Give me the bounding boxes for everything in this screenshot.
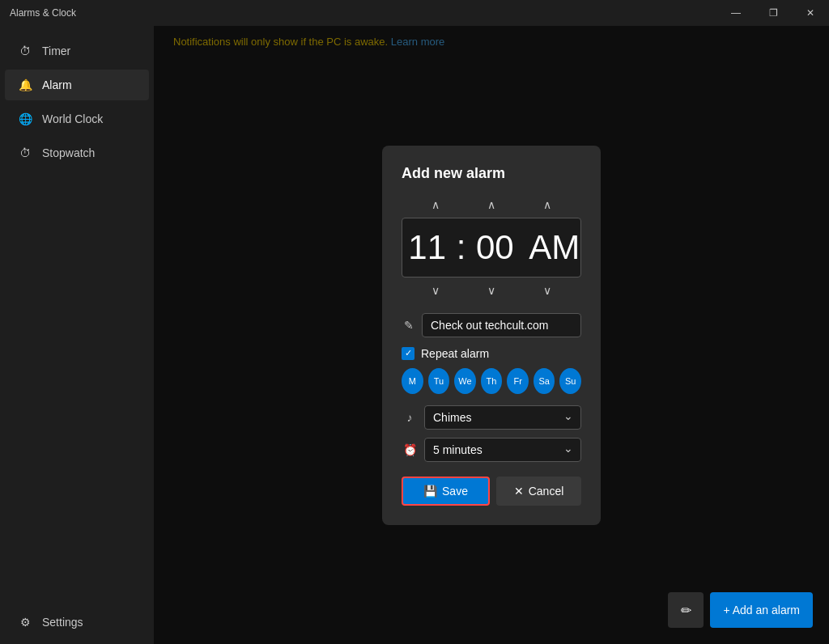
sidebar-item-label-worldclock: World Clock — [42, 112, 103, 125]
edit-icon: ✎ — [402, 319, 415, 332]
save-icon: 💾 — [423, 485, 437, 498]
time-display: 11 : 00 AM — [402, 218, 581, 278]
cancel-button[interactable]: ✕ Cancel — [496, 477, 581, 506]
add-alarm-button[interactable]: + Add an alarm — [710, 592, 813, 628]
snooze-row: ⏰ 5 minutes 10 minutes 15 minutes 20 min… — [402, 438, 581, 462]
day-button-wed[interactable]: We — [454, 368, 476, 394]
snooze-icon: ⏰ — [402, 443, 418, 456]
sidebar-item-label-stopwatch: Stopwatch — [42, 146, 95, 159]
minimize-button[interactable]: — — [717, 0, 755, 26]
cancel-label: Cancel — [529, 485, 564, 498]
save-label: Save — [442, 485, 468, 498]
main-content: Notifications will only show if the PC i… — [154, 26, 829, 644]
add-alarm-label: + Add an alarm — [723, 604, 800, 616]
checkmark-icon: ✓ — [405, 348, 412, 358]
repeat-row: ✓ Repeat alarm — [402, 347, 581, 360]
sidebar-nav: ⏱ Timer 🔔 Alarm 🌐 World Clock ⏱ Stopwatc… — [0, 34, 154, 170]
dialog-title: Add new alarm — [402, 165, 581, 182]
hours-up-button[interactable]: ∧ — [422, 195, 449, 214]
alarm-name-row: ✎ — [402, 313, 581, 337]
day-button-thu[interactable]: Th — [481, 368, 503, 394]
time-up-arrows: ∧ ∧ ∧ — [402, 195, 581, 214]
ampm-up-button[interactable]: ∧ — [534, 195, 561, 214]
repeat-checkbox[interactable]: ✓ — [402, 347, 414, 360]
save-button[interactable]: 💾 Save — [402, 477, 490, 506]
day-button-sat[interactable]: Sa — [534, 368, 555, 394]
music-note-icon: ♪ — [402, 411, 418, 424]
ampm-down-button[interactable]: ∨ — [534, 281, 561, 300]
sidebar-item-timer[interactable]: ⏱ Timer — [5, 36, 149, 66]
sound-select[interactable]: Chimes Alarm Bells Chord Digital Flute G… — [424, 405, 581, 430]
day-button-tue[interactable]: Tu — [428, 368, 450, 394]
sidebar: ⏱ Timer 🔔 Alarm 🌐 World Clock ⏱ Stopwatc… — [0, 26, 154, 644]
stopwatch-icon: ⏱ — [18, 146, 32, 160]
sidebar-item-settings[interactable]: ⚙ Settings — [5, 605, 149, 639]
app-title: Alarms & Clock — [10, 7, 76, 19]
app-container: ⏱ Timer 🔔 Alarm 🌐 World Clock ⏱ Stopwatc… — [0, 26, 829, 644]
sidebar-item-alarm[interactable]: 🔔 Alarm — [5, 70, 149, 100]
minutes-down-button[interactable]: ∨ — [478, 281, 505, 300]
bottom-right-actions: ✏ + Add an alarm — [668, 592, 813, 628]
minutes-display[interactable]: 00 — [470, 228, 519, 267]
close-button[interactable]: ✕ — [792, 0, 829, 26]
modal-overlay: Add new alarm ∧ ∧ ∧ 11 : 00 AM ∨ ∨ — [154, 26, 829, 644]
alarm-icon: 🔔 — [18, 78, 32, 92]
time-down-arrows: ∨ ∨ ∨ — [402, 281, 581, 300]
day-button-fri[interactable]: Fr — [507, 368, 529, 394]
restore-button[interactable]: ❐ — [755, 0, 792, 26]
window-controls: — ❐ ✕ — [717, 0, 829, 26]
settings-icon: ⚙ — [18, 615, 32, 629]
add-alarm-dialog: Add new alarm ∧ ∧ ∧ 11 : 00 AM ∨ ∨ — [382, 146, 601, 525]
sidebar-item-worldclock[interactable]: 🌐 World Clock — [5, 104, 149, 134]
time-colon: : — [457, 228, 466, 267]
ampm-display[interactable]: AM — [529, 228, 580, 267]
snooze-select-wrapper: 5 minutes 10 minutes 15 minutes 20 minut… — [424, 438, 581, 462]
sound-select-wrapper: Chimes Alarm Bells Chord Digital Flute G… — [424, 405, 581, 430]
cancel-icon: ✕ — [514, 485, 524, 498]
day-button-sun[interactable]: Su — [559, 368, 581, 394]
hours-down-button[interactable]: ∨ — [422, 281, 449, 300]
worldclock-icon: 🌐 — [18, 112, 32, 126]
minutes-up-button[interactable]: ∧ — [478, 195, 505, 214]
hours-display[interactable]: 11 — [403, 228, 452, 267]
dialog-buttons: 💾 Save ✕ Cancel — [402, 477, 581, 506]
edit-pencil-button[interactable]: ✏ — [668, 592, 704, 628]
sound-row: ♪ Chimes Alarm Bells Chord Digital Flute… — [402, 405, 581, 430]
day-button-mon[interactable]: M — [402, 368, 423, 394]
sidebar-item-label-alarm: Alarm — [42, 78, 72, 91]
alarm-name-input[interactable] — [422, 313, 581, 337]
sidebar-item-stopwatch[interactable]: ⏱ Stopwatch — [5, 138, 149, 168]
settings-label: Settings — [42, 616, 83, 629]
repeat-label: Repeat alarm — [421, 347, 489, 360]
day-buttons: M Tu We Th Fr Sa Su — [402, 368, 581, 394]
title-bar: Alarms & Clock — ❐ ✕ — [0, 0, 829, 26]
timer-icon: ⏱ — [18, 44, 32, 58]
sidebar-item-label-timer: Timer — [42, 44, 70, 57]
snooze-select[interactable]: 5 minutes 10 minutes 15 minutes 20 minut… — [424, 438, 581, 462]
